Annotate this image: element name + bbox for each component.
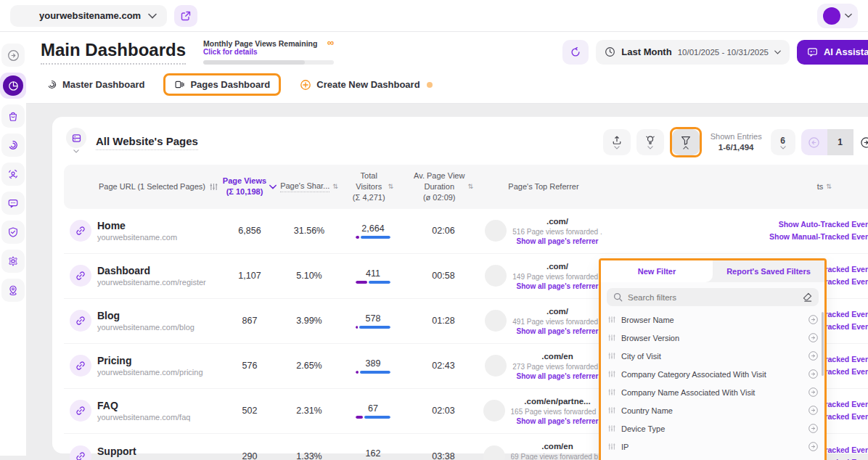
avg-duration-value: 03:38 (408, 451, 479, 460)
col-total-visitors[interactable]: TotalVisitors(Σ 4,271)⇅ (338, 171, 408, 203)
bag-icon (7, 110, 19, 122)
arrow-right-circle-icon[interactable] (808, 441, 819, 452)
page-link-icon[interactable] (70, 220, 91, 242)
scrollbar[interactable] (822, 312, 824, 376)
page-url: yourwebsitename.com (97, 233, 219, 242)
col-page-url[interactable]: Page URL (1 Selected Pages) (97, 181, 219, 192)
tab-pages-dashboard[interactable]: Pages Dashboard (163, 73, 281, 96)
show-all-referrers-link[interactable]: Show all page's referrer (512, 326, 602, 336)
sidebar-item-privacy[interactable] (1, 221, 25, 244)
prev-page-button[interactable] (801, 129, 827, 155)
arrow-right-circle-icon[interactable] (808, 350, 819, 361)
show-all-referrers-link[interactable]: Show all page's referrer (512, 237, 602, 246)
col-events-fragment[interactable]: ts⇅ (769, 181, 868, 192)
tab-master-dashboard[interactable]: Master Dashboard (41, 75, 150, 94)
table-header-row: Page URL (1 Selected Pages) Page Views(Σ… (64, 165, 868, 209)
referrer-favicon (485, 310, 507, 332)
visitors-bar (356, 326, 390, 329)
sidebar-item-location[interactable] (1, 279, 25, 302)
arrow-right-circle-icon[interactable] (808, 369, 819, 379)
chevron-down-icon (614, 146, 620, 149)
show-all-referrers-link[interactable]: Show all page's referrer (511, 416, 605, 426)
ai-assistant-button[interactable]: AI Assistant (797, 40, 868, 65)
open-website-button[interactable] (174, 5, 197, 27)
sidebar-expand-button[interactable] (1, 44, 25, 67)
visitors-bar (356, 371, 390, 374)
sliders-icon (608, 334, 615, 342)
eraser-icon[interactable] (803, 292, 812, 302)
report-type-selector[interactable] (64, 128, 89, 157)
filter-tab-saved[interactable]: Report's Saved Filters (713, 260, 824, 282)
arrow-right-circle-icon[interactable] (808, 387, 819, 398)
search-icon (613, 292, 623, 302)
page-link-icon[interactable] (70, 445, 91, 460)
col-avg-duration[interactable]: Av. Page ViewDuration(ø 02:09)⇅ (408, 171, 479, 203)
show-auto-tracked-events-link[interactable]: Show Auto-Tracked Events (769, 218, 868, 231)
page-link-icon[interactable] (70, 310, 91, 332)
sidebar-item-behaviour[interactable] (1, 134, 25, 157)
filter-button[interactable] (672, 129, 700, 155)
col-page-views[interactable]: Page Views(Σ 10,198) (219, 176, 280, 197)
page-size-selector[interactable]: 6 (771, 129, 795, 155)
filter-item[interactable]: Country Name (607, 401, 820, 419)
top-referrer-cell: .com/en/partne... 165 Page views forward… (479, 396, 608, 426)
sidebar-item-feedback[interactable] (1, 192, 25, 215)
filter-tab-new[interactable]: New Filter (601, 260, 713, 282)
sliders-icon (608, 370, 615, 378)
tab-create-new-dashboard[interactable]: Create New Dashboard (294, 75, 438, 94)
arrow-right-circle-icon[interactable] (808, 405, 819, 416)
sidebar-item-ecommerce[interactable] (1, 104, 25, 128)
filter-item[interactable]: New Visitors (607, 456, 820, 460)
referrer-url: .com/en/partne... (511, 396, 605, 407)
show-all-referrers-link[interactable]: Show all page's referrer (512, 371, 602, 381)
chevron-down-icon (647, 146, 653, 149)
spiral-icon (46, 79, 57, 90)
referrer-favicon (485, 265, 507, 287)
filter-list: Browser Name Browser Version City of Vis… (601, 309, 824, 460)
filter-search[interactable] (607, 288, 819, 306)
export-button[interactable] (603, 129, 631, 155)
sidebar-item-visitors[interactable] (1, 163, 25, 186)
col-page-share[interactable]: Page's Shar...⇅ (280, 181, 338, 192)
show-manual-tracked-events-link[interactable]: Show Manual-Tracked Events (769, 231, 868, 243)
sidebar-item-settings[interactable] (1, 250, 25, 273)
filter-item[interactable]: IP (607, 438, 820, 456)
page-link-icon[interactable] (70, 265, 91, 287)
account-menu[interactable] (817, 4, 858, 28)
referrer-favicon (485, 220, 507, 242)
gear-icon (7, 255, 19, 267)
arrow-right-circle-icon[interactable] (808, 332, 819, 343)
website-name: yourwebsitename.com (39, 10, 141, 21)
page-link-icon[interactable] (70, 355, 91, 377)
page-link-icon[interactable] (70, 400, 91, 422)
filter-item[interactable]: Company Name Associated With Visit (607, 383, 820, 401)
insights-button[interactable] (636, 129, 664, 155)
filter-item[interactable]: Browser Version (607, 329, 820, 347)
ai-chat-icon (807, 46, 818, 57)
next-page-button[interactable] (853, 129, 868, 155)
card-title: All Website's Pages (96, 135, 198, 150)
col-top-referrer[interactable]: Page's Top Referrer (479, 181, 608, 192)
dashboard-tabs: Master Dashboard Pages Dashboard Create … (26, 69, 868, 104)
quota-details-link[interactable]: Click for details (203, 48, 317, 56)
filter-item[interactable]: Device Type (607, 419, 820, 438)
website-favicon (20, 10, 32, 22)
website-selector[interactable]: yourwebsitename.com (10, 5, 167, 27)
filter-search-input[interactable] (628, 293, 798, 302)
filter-item[interactable]: Browser Name (607, 311, 820, 329)
sidebar-item-dashboards[interactable] (0, 73, 26, 99)
filter-item[interactable]: Company Category Associated With Visit (607, 365, 820, 383)
page-share-value: 31.56% (280, 226, 338, 236)
page-share-value: 2.65% (280, 361, 338, 371)
referrer-url: .com/ (512, 216, 602, 227)
refresh-button[interactable] (562, 40, 589, 65)
date-preset-label: Last Month (621, 46, 671, 57)
arrow-left-circle-icon (808, 136, 820, 149)
arrow-right-circle-icon[interactable] (808, 314, 819, 325)
show-all-referrers-link[interactable]: Show all page's referrer (512, 282, 602, 291)
sort-icon: ⇅ (332, 184, 338, 189)
arrow-right-circle-icon[interactable] (808, 423, 819, 434)
filter-item[interactable]: City of Visit (607, 347, 820, 365)
date-range-value: 10/01/2025 - 10/31/2025 (678, 48, 769, 57)
date-range-picker[interactable]: Last Month 10/01/2025 - 10/31/2025 (596, 40, 790, 65)
